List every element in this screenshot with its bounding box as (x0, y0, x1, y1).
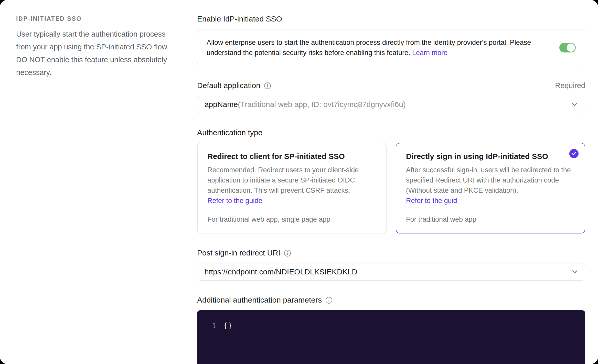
option-footnote: For traditional web app (406, 206, 575, 224)
default-application-label: Default application (197, 81, 271, 90)
selected-check-badge (569, 149, 579, 158)
info-icon (264, 82, 271, 89)
option-title: Directly sign in using IdP-initiated SSO (406, 151, 575, 162)
code-content: {} (223, 322, 233, 330)
learn-more-link[interactable]: Learn more (412, 49, 447, 57)
line-number: 1 (197, 322, 216, 330)
sso-form: Enable IdP-initiated SSO Allow enterpris… (197, 14, 585, 364)
chevron-down-icon (571, 268, 579, 276)
refer-to-guide-link[interactable]: Refer to the guid (406, 196, 575, 206)
default-application-label-text: Default application (197, 81, 260, 90)
authentication-type-options: Redirect to client for SP-initiated SSO … (197, 143, 585, 233)
code-line: 1 {} (197, 322, 585, 330)
option-sp-initiated-sso[interactable]: Redirect to client for SP-initiated SSO … (197, 143, 387, 233)
selected-app-name: appName (205, 100, 238, 109)
redirect-uri-label-row: Post sign-in redirect URI (197, 248, 585, 258)
enable-sso-label-row: Enable IdP-initiated SSO (197, 14, 585, 24)
enable-sso-field: Enable IdP-initiated SSO Allow enterpris… (197, 14, 585, 66)
redirect-uri-label: Post sign-in redirect URI (197, 248, 291, 258)
default-application-select[interactable]: appName (Traditional web app, ID: ovt7ic… (197, 96, 585, 113)
chevron-down-icon (571, 100, 579, 109)
option-idp-initiated-sso[interactable]: Directly sign in using IdP-initiated SSO… (396, 143, 585, 233)
info-icon (325, 297, 333, 304)
section-title: IDP-INITIATED SSO (16, 14, 181, 23)
option-description: After successful sign-in, users will be … (406, 165, 575, 196)
settings-window: IDP-INITIATED SSO User typically start t… (0, 0, 598, 364)
redirect-uri-field: Post sign-in redirect URI https://endpoi… (197, 248, 585, 281)
additional-params-label-text: Additional authentication parameters (197, 295, 322, 305)
enable-sso-description-text: Allow enterprise users to start the auth… (207, 39, 531, 57)
redirect-uri-select[interactable]: https://endpoint.com/NDIEOLDLKSIEKDKLD (197, 263, 585, 281)
authentication-type-label: Authentication type (197, 128, 262, 137)
check-icon (571, 151, 577, 157)
redirect-uri-label-text: Post sign-in redirect URI (197, 248, 280, 258)
enable-sso-card: Allow enterprise users to start the auth… (197, 29, 585, 66)
section-sidebar: IDP-INITIATED SSO User typically start t… (16, 14, 181, 364)
authentication-type-label-row: Authentication type (197, 128, 585, 137)
authentication-type-field: Authentication type Redirect to client f… (197, 128, 585, 233)
option-description: Recommended. Redirect users to your clie… (207, 165, 376, 196)
default-application-field: Default application Required appName (Tr… (197, 81, 585, 113)
additional-params-field: Additional authentication parameters 1 {… (197, 295, 585, 364)
enable-sso-description: Allow enterprise users to start the auth… (207, 37, 551, 58)
option-footnote: For traditional web app, single page app (207, 206, 376, 224)
default-application-label-row: Default application Required (197, 81, 585, 90)
option-title: Redirect to client for SP-initiated SSO (207, 151, 376, 162)
additional-params-label: Additional authentication parameters (197, 295, 333, 305)
section-description: User typically start the authentication … (16, 28, 181, 79)
info-icon (284, 250, 291, 257)
code-editor[interactable]: 1 {} (197, 310, 585, 364)
enable-sso-toggle[interactable] (559, 43, 576, 52)
required-badge: Required (555, 81, 585, 90)
enable-sso-label: Enable IdP-initiated SSO (197, 14, 282, 24)
additional-params-label-row: Additional authentication parameters (197, 295, 585, 305)
selected-app-detail: (Traditional web app, ID: ovt7icymq87dgn… (238, 100, 406, 109)
redirect-uri-value: https://endpoint.com/NDIEOLDLKSIEKDKLD (205, 267, 357, 276)
refer-to-guide-link[interactable]: Refer to the guide (207, 196, 376, 206)
toggle-knob (567, 44, 575, 52)
